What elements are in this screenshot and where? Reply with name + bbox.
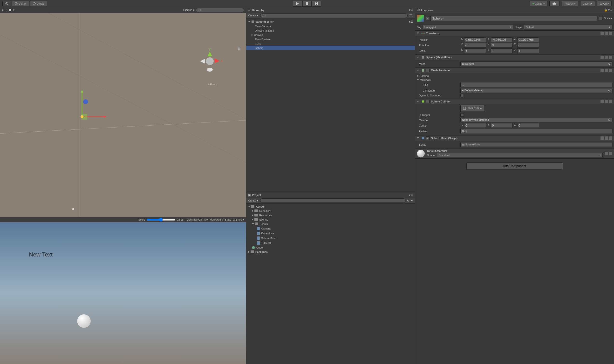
rot-z-input[interactable] (517, 43, 539, 48)
scene-viewport[interactable]: y x ≡ Persp (0, 13, 246, 217)
game-gizmos-dropdown[interactable]: Gizmos ▾ (233, 218, 244, 221)
mesh-field[interactable]: ▦ Sphere⊙ (460, 62, 612, 66)
center-y-input[interactable] (491, 123, 512, 128)
help-icon[interactable] (601, 56, 604, 59)
spherecollider-header[interactable]: Sphere Collider (415, 99, 614, 104)
pos-z-input[interactable] (517, 37, 539, 42)
scale-z-input[interactable] (517, 49, 539, 53)
scale-x-input[interactable] (464, 49, 486, 53)
2d-toggle-icon[interactable] (4, 8, 8, 12)
preset-icon[interactable] (605, 56, 608, 59)
maximize-toggle[interactable]: Maximize On Play (186, 218, 208, 221)
pos-y-input[interactable] (491, 37, 512, 42)
lock-icon[interactable] (237, 47, 241, 51)
gear-icon[interactable] (609, 69, 612, 72)
rot-y-input[interactable] (491, 43, 512, 48)
layers-dropdown[interactable]: Layers ▾ (580, 1, 595, 6)
hierarchy-item-cube[interactable]: Cube (246, 41, 415, 46)
scene-root[interactable]: SampleScene*▾☰ (246, 19, 415, 24)
pause-button[interactable] (302, 1, 312, 7)
hierarchy-item-canvas[interactable]: Canvas (246, 33, 415, 37)
help-icon[interactable] (601, 136, 604, 140)
mute-toggle[interactable]: Mute Audio (210, 218, 223, 221)
scene-search-input[interactable] (196, 8, 244, 12)
radius-input[interactable] (460, 129, 612, 134)
add-component-button[interactable]: Add Component (466, 162, 563, 169)
project-filter-icon[interactable]: ⚙ (407, 199, 409, 202)
script-field[interactable]: ▦ SphereMove (460, 142, 612, 147)
gear-icon[interactable] (609, 100, 612, 103)
hierarchy-filter-icon[interactable] (409, 14, 413, 17)
pos-x-input[interactable] (464, 37, 486, 42)
account-dropdown[interactable]: Account ▾ (562, 1, 578, 6)
gear-icon[interactable] (609, 152, 612, 155)
hierarchy-item-sphere[interactable]: Sphere (246, 46, 415, 50)
center-z-input[interactable] (517, 123, 539, 128)
project-favorite-icon[interactable]: ★ (410, 199, 413, 202)
packages-folder[interactable]: Packages (246, 250, 415, 254)
layer-dropdown[interactable]: Default▾ (524, 25, 612, 29)
folder-resources[interactable]: Resources (246, 213, 415, 217)
active-checkbox[interactable] (426, 17, 429, 20)
gizmos-dropdown[interactable]: Gizmos ▾ (183, 8, 194, 12)
meshrenderer-header[interactable]: Mesh Renderer (415, 68, 614, 73)
static-checkbox[interactable] (599, 17, 602, 20)
hierarchy-item-camera[interactable]: Main Camera (246, 24, 415, 28)
rot-x-input[interactable] (464, 43, 486, 48)
layout-dropdown[interactable]: Layout ▾ (597, 1, 612, 6)
preset-icon[interactable] (605, 32, 608, 35)
shaded-toggle[interactable]: ▾ (2, 8, 3, 12)
preset-icon[interactable] (605, 136, 608, 140)
preset-icon[interactable] (605, 100, 608, 103)
meshfilter-header[interactable]: Sphere (Mesh Filter) (415, 55, 614, 60)
inspector-header[interactable]: ⓘ Inspector 🔒 ▾☰ (415, 7, 614, 13)
hand-tool[interactable] (2, 1, 11, 6)
physmaterial-field[interactable]: None (Physic Material)⊙ (460, 118, 612, 122)
pivot-center-toggle[interactable]: Center (12, 1, 29, 6)
asset-cube[interactable]: Cube (246, 245, 415, 250)
script-txttest1[interactable]: TxtTest1 (246, 241, 415, 245)
help-icon[interactable] (605, 152, 608, 155)
scale-slider[interactable] (146, 218, 175, 221)
object-name-input[interactable] (431, 16, 597, 21)
collider-enabled-checkbox[interactable] (426, 100, 430, 103)
shader-dropdown[interactable]: Standard▾ (437, 153, 603, 157)
stats-toggle[interactable]: Stats (225, 218, 231, 221)
panel-options-icon[interactable]: ▾☰ (409, 194, 413, 197)
audio-toggle-icon[interactable]: ▾ (13, 8, 14, 12)
project-create-dropdown[interactable]: Create ▾ (248, 199, 258, 202)
hierarchy-header[interactable]: ☰ Hierarchy ▾☰ (246, 7, 415, 13)
help-icon[interactable] (601, 32, 604, 35)
folder-scenes[interactable]: Scenes (246, 217, 415, 222)
help-icon[interactable] (601, 69, 604, 72)
folder-demigiant[interactable]: Demigiant (246, 209, 415, 213)
script-cubemove[interactable]: CubeMove (246, 231, 415, 236)
scale-y-input[interactable] (491, 49, 512, 53)
folder-scripts[interactable]: Scripts (246, 222, 415, 226)
assets-folder[interactable]: Assets (246, 204, 415, 209)
collab-dropdown[interactable]: ● Collab▾ (530, 1, 548, 6)
script-spheremove[interactable]: SphereMove (246, 236, 415, 241)
materials-foldout[interactable]: Materials (420, 78, 431, 81)
help-icon[interactable] (601, 100, 604, 103)
script-camera[interactable]: Camera (246, 226, 415, 231)
hierarchy-item-eventsystem[interactable]: EventSystem (246, 37, 415, 41)
project-search-input[interactable] (260, 198, 406, 203)
center-x-input[interactable] (464, 123, 486, 128)
spheremove-header[interactable]: Sphere Move (Script) (415, 135, 614, 141)
script-enabled-checkbox[interactable] (426, 136, 430, 140)
move-gizmo-icon[interactable] (67, 85, 111, 129)
panel-options-icon[interactable]: ▾☰ (409, 8, 413, 12)
element0-field[interactable]: ● Default-Material⊙ (460, 88, 612, 93)
lighting-foldout[interactable]: Lighting (419, 75, 429, 77)
play-button[interactable] (293, 1, 302, 7)
orientation-gizmo-icon[interactable]: y x (195, 47, 224, 76)
gear-icon[interactable] (609, 56, 612, 59)
materials-size-input[interactable] (460, 82, 612, 87)
renderer-enabled-checkbox[interactable] (426, 69, 430, 72)
material-header[interactable]: Default-Material ShaderStandard▾ (415, 148, 614, 158)
hierarchy-item-light[interactable]: Directional Light (246, 28, 415, 33)
dynamic-occluded-checkbox[interactable] (460, 94, 464, 97)
step-button[interactable] (312, 1, 321, 7)
hierarchy-search-input[interactable] (260, 13, 407, 18)
